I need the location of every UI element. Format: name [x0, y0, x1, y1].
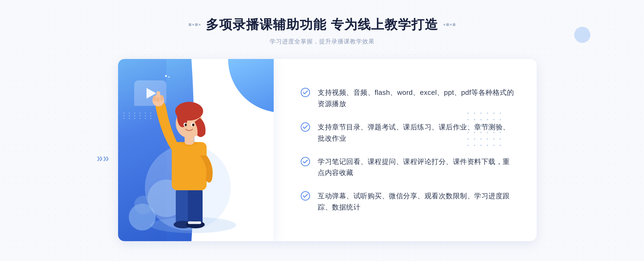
illustration-panel: »» [107, 59, 274, 257]
svg-point-30 [192, 124, 194, 126]
check-icon-2 [301, 122, 310, 132]
feature-item-4: 互动弹幕、试听购买、微信分享、观看次数限制、学习进度跟踪、数据统计 [301, 191, 515, 213]
title-row: 多项录播课辅助功能 专为线上教学打造 [189, 16, 455, 33]
right-decorator [444, 23, 455, 26]
svg-rect-13 [188, 188, 203, 225]
check-icon-4 [301, 191, 310, 201]
feature-text-3: 学习笔记回看、课程提问、课程评论打分、课件资料下载，重点内容收藏 [318, 156, 515, 178]
subtitle: 学习进度全掌握，提升录播课教学效果 [189, 38, 455, 46]
check-icon-3 [301, 157, 310, 166]
left-decorator [189, 23, 200, 26]
svg-rect-22 [156, 97, 160, 102]
left-chevrons: »» [97, 152, 109, 164]
content-area: »» 支持视频、音频、flash、word、excel、ppt、pdf等各种格式… [107, 59, 537, 257]
svg-rect-21 [160, 95, 163, 101]
main-title: 多项录播课辅助功能 专为线上教学打造 [206, 16, 438, 33]
feature-text-4: 互动弹幕、试听购买、微信分享、观看次数限制、学习进度跟踪、数据统计 [318, 191, 515, 213]
features-panel: 支持视频、音频、flash、word、excel、ppt、pdf等各种格式的资源… [274, 59, 537, 241]
check-icon-1 [301, 88, 310, 97]
svg-rect-20 [153, 96, 156, 101]
header-section: 多项录播课辅助功能 专为线上教学打造 学习进度全掌握，提升录播课教学效果 [189, 0, 455, 46]
svg-point-31 [301, 88, 310, 97]
svg-point-34 [301, 192, 310, 200]
svg-rect-16 [188, 221, 201, 224]
feature-item-1: 支持视频、音频、flash、word、excel、ppt、pdf等各种格式的资源… [301, 87, 515, 109]
page-container: 多项录播课辅助功能 专为线上教学打造 学习进度全掌握，提升录播课教学效果 [0, 0, 644, 261]
feature-item-3: 学习笔记回看、课程提问、课程评论打分、课件资料下载，重点内容收藏 [301, 156, 515, 178]
svg-point-28 [185, 124, 187, 126]
right-side-dots [467, 113, 504, 150]
accent-circle [574, 27, 590, 43]
svg-rect-17 [172, 142, 207, 190]
feature-text-1: 支持视频、音频、flash、word、excel、ppt、pdf等各种格式的资源… [318, 87, 515, 109]
svg-point-32 [301, 123, 310, 131]
svg-point-33 [301, 157, 310, 166]
